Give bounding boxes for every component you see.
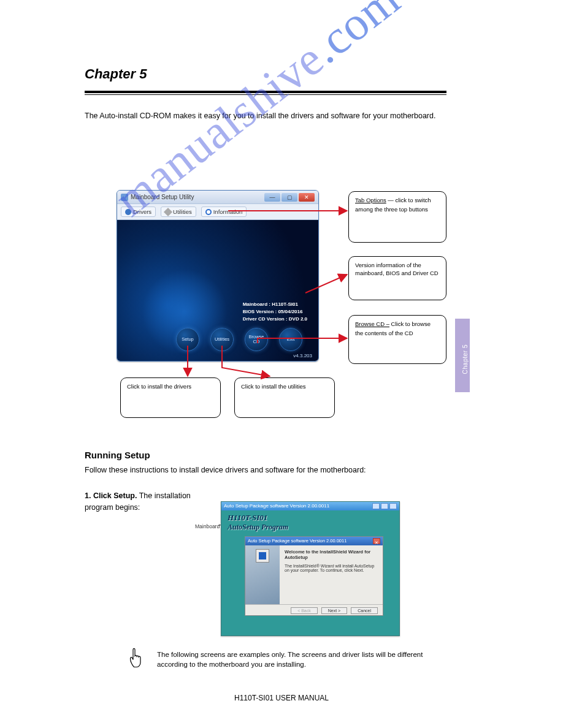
intro-paragraph: The Auto-install CD-ROM makes it easy fo… (85, 110, 446, 122)
chapter-title: Chapter 5 (85, 66, 147, 82)
dialog-sidebar (245, 545, 280, 604)
app-version: v4.3.203 (293, 353, 312, 358)
autosetup-brand: H110T-SI01 AutoSetup Program (221, 510, 399, 533)
autosetup-titlebar: Auto Setup Package software Version 2.00… (221, 502, 399, 510)
callout-tab-options: Tab Options — click to switch among the … (348, 191, 446, 243)
close-button[interactable]: ✕ (299, 193, 315, 202)
pointing-hand-icon (128, 646, 146, 668)
callout-install-drivers: Click to install the drivers (120, 377, 221, 418)
running-setup-step: 1. Click Setup. The installation program… (85, 490, 213, 514)
callout-browse-cd: Browse CD – Click to browse the contents… (348, 315, 446, 364)
tab-utilities-label: Utilities (173, 208, 192, 215)
info-cdver: Driver CD Version : DVD 2.0 (243, 316, 307, 323)
minimize-icon[interactable] (372, 503, 380, 509)
tab-information-label: Information (213, 208, 243, 215)
exit-button[interactable]: Exit (279, 328, 302, 351)
utilities-icon (164, 207, 172, 216)
tab-drivers[interactable]: Drivers (121, 207, 156, 217)
tab-information[interactable]: Information (201, 207, 247, 217)
minimize-button[interactable]: — (264, 193, 280, 202)
tab-strip: Drivers Utilities Information (117, 204, 318, 220)
installer-icon (256, 549, 269, 563)
system-info: Mainboard : H110T-SI01 BIOS Version : 05… (243, 301, 307, 323)
footer: H110T-SI01 USER MANUAL (0, 694, 563, 702)
drivers-icon (125, 209, 131, 215)
browse-cd-button[interactable]: Browse CD (245, 328, 268, 351)
dialog-main: Welcome to the InstallShield Wizard for … (280, 545, 383, 604)
tab-drivers-label: Drivers (133, 208, 151, 215)
chapter-header: Chapter 5 (85, 66, 446, 82)
dialog-close-icon[interactable]: ✕ (373, 538, 380, 544)
app-icon (121, 194, 128, 201)
window-titlebar: Mainboard Setup Utility — ▢ ✕ (117, 191, 318, 204)
autosetup-title: Auto Setup Package software Version 2.00… (224, 502, 329, 510)
running-setup-heading: Running Setup (85, 450, 150, 460)
dialog-heading: Welcome to the InstallShield Wizard for … (285, 549, 378, 560)
rule-thin (85, 94, 446, 95)
running-setup-intro: Follow these instructions to install dev… (85, 464, 446, 476)
info-mainboard: Mainboard : H110T-SI01 (243, 301, 307, 308)
close-icon[interactable] (389, 503, 397, 509)
wm-b: .com (301, 0, 410, 74)
step-1: 1. Click Setup. (85, 491, 137, 500)
dialog-title: Auto Setup Package software Version 2.00… (248, 537, 347, 545)
window-body: Mainboard : H110T-SI01 BIOS Version : 05… (117, 220, 318, 362)
side-tab-label: Chapter 5 (462, 344, 469, 374)
callout-body: Click to install the drivers (127, 383, 191, 390)
window-title: Mainboard Setup Utility (131, 194, 194, 200)
round-button-row: Setup Utilities Browse CD Exit (176, 328, 302, 351)
cancel-button[interactable]: Cancel (351, 607, 378, 614)
callout-version-info: Version information of the mainboard, BI… (348, 256, 446, 300)
callout-heading: Tab Options (355, 197, 386, 205)
brand-model: H110T-SI01 (228, 513, 267, 522)
dialog-titlebar: Auto Setup Package software Version 2.00… (245, 537, 383, 545)
callout-body: Version information of the mainboard, BI… (355, 262, 439, 276)
callout-install-utilities: Click to install the utilities (234, 377, 335, 418)
rule-thick (85, 91, 446, 93)
info-icon (205, 209, 212, 215)
maximize-button[interactable]: ▢ (282, 193, 297, 202)
dialog-body: The InstallShield® Wizard will install A… (285, 564, 378, 572)
page: Chapter 5 The Auto-install CD-ROM makes … (0, 0, 563, 728)
installshield-dialog: Auto Setup Package software Version 2.00… (245, 536, 383, 616)
back-button: < Back (291, 607, 318, 614)
utilities-button[interactable]: Utilities (210, 328, 234, 351)
setup-button[interactable]: Setup (176, 328, 199, 351)
info-bios: BIOS Version : 05/04/2016 (243, 308, 307, 316)
maximize-icon[interactable] (381, 503, 388, 509)
dialog-content: Welcome to the InstallShield Wizard for … (245, 545, 383, 604)
autosetup-window: Auto Setup Package software Version 2.00… (221, 501, 400, 636)
next-button[interactable]: Next > (321, 607, 347, 614)
callout-body: Click to install the utilities (241, 383, 306, 390)
brand-program: AutoSetup Program (228, 523, 393, 531)
tab-utilities[interactable]: Utilities (161, 207, 196, 217)
callout-heading: Browse CD – (355, 320, 389, 328)
note-text: The following screens are examples only.… (157, 650, 445, 669)
mainboard-setup-window: Mainboard Setup Utility — ▢ ✕ Drivers Ut… (117, 190, 319, 362)
dialog-button-row: < Back Next > Cancel (245, 604, 383, 616)
